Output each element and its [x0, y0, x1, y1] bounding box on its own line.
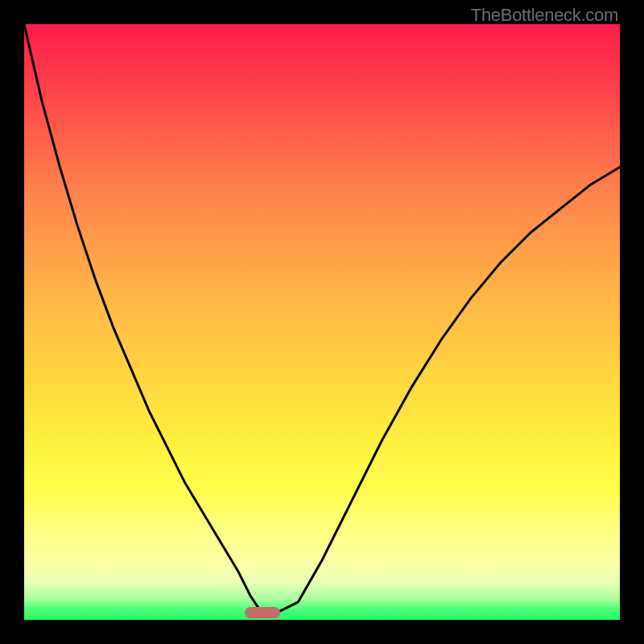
optimal-marker — [245, 607, 280, 618]
svg-rect-0 — [24, 24, 620, 620]
plot-area — [24, 24, 620, 620]
background-gradient — [24, 24, 620, 620]
watermark-text: TheBottleneck.com — [471, 5, 618, 26]
